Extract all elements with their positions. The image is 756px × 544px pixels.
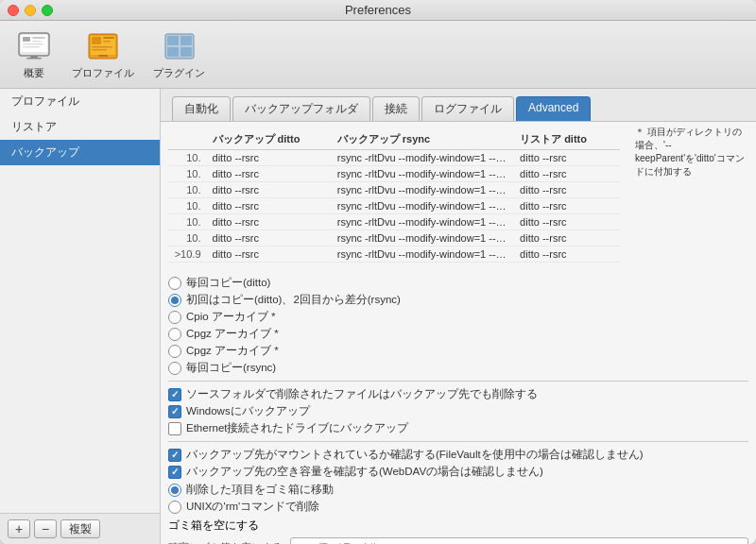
checkbox-box-delete-source [168,388,181,401]
cell-ditto: ditto --rsrc [207,198,332,214]
table-row: 10. ditto --rsrc rsync -rltDvu --modify-… [168,214,620,230]
content-area: プロファイル リストア バックアップ + − 複製 自動化 バックア [0,89,756,544]
cell-ditto: ditto --rsrc [207,246,332,263]
trash-confirm-row: 確実にゴミ箱を空にする [168,537,748,544]
radio-cpio[interactable]: Cpio アーカイブ * [168,310,748,324]
title-bar: Preferences [0,0,756,21]
cell-rsync: rsync -rltDvu --modify-window=1 --delete [332,182,514,198]
cell-ditto: ditto --rsrc [207,230,332,246]
checkbox-windows-backup[interactable]: Windowsにバックアップ [168,404,748,418]
divider-1 [168,381,748,382]
sidebar: プロファイル リストア バックアップ + − 複製 [0,89,161,544]
cell-restore: ditto --rsrc [514,214,620,230]
svg-rect-16 [98,55,108,57]
radio-dot-copy-every [168,277,181,290]
tab-logfile[interactable]: ログファイル [421,96,514,121]
sidebar-item-profile[interactable]: プロファイル [0,89,160,114]
col-header-ditto: バックアップ ditto [207,129,332,150]
svg-rect-19 [180,36,192,45]
tab-bar: 自動化 バックアップフォルダ 接続 ログファイル Advanced [161,89,756,122]
radio-dot-copy-rsync [168,362,181,375]
plugin-label: プラグイン [153,66,205,80]
checkbox-verify-mount[interactable]: バックアップ先がマウントされているか確認する(FileVaultを使用中の場合は… [168,448,748,462]
svg-rect-21 [180,47,192,57]
table-note: ＊ 項目がディレクトリの場合、'--keepParent'を'ditto'コマン… [635,126,748,270]
duplicate-button[interactable]: 複製 [60,519,100,538]
radio-dot-trash-move [168,484,181,497]
col-header-restore: リストア ditto [514,129,620,150]
close-button[interactable] [8,5,19,16]
copy-method-group: 毎回コピー(ditto) 初回はコピー(ditto)、2回目から差分(rsync… [168,276,748,375]
cell-num: 10. [168,150,207,166]
svg-rect-18 [167,36,179,45]
tab-automation[interactable]: 自動化 [172,96,231,121]
radio-trash-move[interactable]: 削除した項目をゴミ箱に移動 [168,483,748,497]
maximize-button[interactable] [42,5,53,16]
profile-label: プロファイル [72,66,134,80]
svg-rect-13 [103,41,111,42]
checkbox-box-mount [168,449,181,462]
radio-copy-rsync[interactable]: 毎回コピー(rsync) [168,361,748,375]
sidebar-item-backup[interactable]: バックアップ [0,140,160,165]
cell-num: 10. [168,182,207,198]
table-row: 10. ditto --rsrc rsync -rltDvu --modify-… [168,230,620,246]
plugin-icon [161,28,198,64]
cell-rsync: rsync -rltDvu --modify-window=1 --delete [332,166,514,182]
svg-rect-11 [92,37,101,44]
divider-2 [168,441,748,442]
tab-connection[interactable]: 接続 [372,96,420,121]
add-button[interactable]: + [8,519,30,538]
checkbox-ethernet-backup[interactable]: Ethernet接続されたドライブにバックアップ [168,421,748,435]
tab-backup-folder[interactable]: バックアップフォルダ [232,96,370,121]
checkbox-delete-source[interactable]: ソースフォルダで削除されたファイルはバックアップ先でも削除する [168,387,748,401]
cell-restore: ditto --rsrc [514,230,620,246]
toolbar-item-overview[interactable]: 概要 [15,28,53,80]
cell-rsync: rsync -rltDvu --modify-window=1 --delete [332,246,514,263]
panel-content: バックアップ ditto バックアップ rsync リストア ditto 10.… [161,122,756,544]
radio-cpgz2[interactable]: Cpgz アーカイブ * [168,344,748,358]
cell-restore: ditto --rsrc [514,182,620,198]
radio-dot-cpgz1 [168,328,181,341]
sidebar-footer: + − 複製 [0,513,160,544]
sidebar-item-restore[interactable]: リストア [0,114,160,140]
cell-restore: ditto --rsrc [514,246,620,263]
delete-method-group: 削除した項目をゴミ箱に移動 UNIXの'rm'コマンドで削除 [168,483,748,514]
radio-dot-cpgz2 [168,345,181,358]
radio-copy-every[interactable]: 毎回コピー(ditto) [168,276,748,290]
svg-rect-5 [23,43,43,45]
svg-rect-15 [92,49,107,51]
traffic-lights [8,5,53,16]
cell-rsync: rsync -rltDvu --modify-window=1 --delete [332,198,514,214]
col-header-num [168,129,207,150]
toolbar-item-profile[interactable]: プロファイル [72,28,134,80]
tab-advanced[interactable]: Advanced [516,96,591,121]
cell-rsync: rsync -rltDvu --modify-window=1 --delete [332,230,514,246]
table-row: >10.9 ditto --rsrc rsync -rltDvu --modif… [168,246,620,263]
svg-rect-20 [167,47,179,57]
cell-restore: ditto --rsrc [514,150,620,166]
cell-num: 10. [168,214,207,230]
radio-unix-delete[interactable]: UNIXの'rm'コマンドで削除 [168,500,748,514]
checkbox-verify-space[interactable]: バックアップ先の空き容量を確認する(WebDAVの場合は確認しません) [168,465,748,479]
trash-command-input[interactable] [290,537,748,544]
radio-cpgz1[interactable]: Cpgz アーカイブ * [168,327,748,341]
col-header-rsync: バックアップ rsync [332,129,514,150]
preferences-window: Preferences 概要 [0,0,756,544]
trash-row: ゴミ箱を空にする [168,518,748,534]
radio-first-copy[interactable]: 初回はコピー(ditto)、2回目から差分(rsync) [168,293,748,307]
table-row: 10. ditto --rsrc rsync -rltDvu --modify-… [168,166,620,182]
radio-dot-unix-delete [168,501,181,514]
remove-button[interactable]: − [34,519,57,538]
toolbar-item-plugin[interactable]: プラグイン [153,28,205,80]
table-row: 10. ditto --rsrc rsync -rltDvu --modify-… [168,182,620,198]
profile-icon [84,28,122,64]
cell-num: 10. [168,198,207,214]
minimize-button[interactable] [25,5,36,16]
radio-dot-first-copy [168,294,181,307]
checkbox-box-windows [168,405,181,418]
table-row: 10. ditto --rsrc rsync -rltDvu --modify-… [168,198,620,214]
trash-sublabel: 確実にゴミ箱を空にする [168,540,283,545]
svg-rect-2 [23,37,30,42]
cell-ditto: ditto --rsrc [207,182,332,198]
svg-rect-14 [92,46,112,48]
